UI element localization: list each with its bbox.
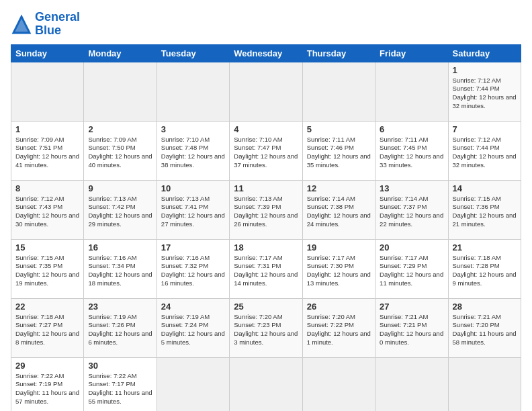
day-number: 2: [88, 124, 152, 134]
calendar-row: 15Sunrise: 7:15 AMSunset: 7:35 PMDayligh…: [11, 239, 521, 298]
logo-icon: [11, 13, 32, 35]
calendar-cell: [157, 357, 229, 411]
calendar-cell: [230, 357, 302, 411]
cell-info: Sunrise: 7:12 AMSunset: 7:44 PMDaylight:…: [453, 77, 517, 111]
calendar-cell: [375, 357, 448, 411]
calendar-row: 29Sunrise: 7:22 AMSunset: 7:19 PMDayligh…: [11, 357, 521, 411]
calendar-cell: 11Sunrise: 7:13 AMSunset: 7:39 PMDayligh…: [230, 180, 302, 239]
cell-info: Sunrise: 7:13 AMSunset: 7:41 PMDaylight:…: [161, 195, 225, 229]
day-number: 17: [161, 242, 225, 253]
calendar-cell: [375, 62, 448, 121]
calendar-day-header: Monday: [84, 44, 157, 62]
page-container: General Blue SundayMondayTuesdayWednesda…: [0, 0, 532, 411]
day-number: 6: [380, 124, 443, 134]
day-number: 5: [307, 124, 371, 134]
calendar-cell: 23Sunrise: 7:19 AMSunset: 7:26 PMDayligh…: [84, 298, 157, 357]
calendar-cell: 18Sunrise: 7:17 AMSunset: 7:31 PMDayligh…: [230, 239, 302, 298]
cell-info: Sunrise: 7:16 AMSunset: 7:32 PMDaylight:…: [161, 254, 225, 288]
calendar-cell: [302, 357, 375, 411]
calendar-cell: 1Sunrise: 7:12 AMSunset: 7:44 PMDaylight…: [448, 62, 521, 121]
day-number: 22: [15, 302, 79, 312]
calendar-table: SundayMondayTuesdayWednesdayThursdayFrid…: [11, 44, 521, 411]
calendar-cell: 22Sunrise: 7:18 AMSunset: 7:27 PMDayligh…: [11, 298, 84, 357]
day-number: 12: [307, 183, 371, 193]
calendar-cell: 14Sunrise: 7:15 AMSunset: 7:36 PMDayligh…: [448, 180, 521, 239]
cell-info: Sunrise: 7:14 AMSunset: 7:37 PMDaylight:…: [380, 195, 443, 229]
calendar-cell: 16Sunrise: 7:16 AMSunset: 7:34 PMDayligh…: [84, 239, 157, 298]
calendar-cell: 12Sunrise: 7:14 AMSunset: 7:38 PMDayligh…: [302, 180, 375, 239]
calendar-cell: 27Sunrise: 7:21 AMSunset: 7:21 PMDayligh…: [375, 298, 448, 357]
day-number: 3: [161, 124, 225, 134]
calendar-day-header: Saturday: [448, 44, 521, 62]
cell-info: Sunrise: 7:17 AMSunset: 7:29 PMDaylight:…: [380, 254, 443, 288]
cell-info: Sunrise: 7:09 AMSunset: 7:51 PMDaylight:…: [15, 136, 79, 170]
cell-info: Sunrise: 7:10 AMSunset: 7:47 PMDaylight:…: [234, 136, 298, 170]
calendar-cell: 4Sunrise: 7:10 AMSunset: 7:47 PMDaylight…: [230, 121, 302, 180]
cell-info: Sunrise: 7:20 AMSunset: 7:23 PMDaylight:…: [234, 313, 298, 347]
calendar-cell: 17Sunrise: 7:16 AMSunset: 7:32 PMDayligh…: [157, 239, 229, 298]
day-number: 18: [234, 242, 298, 253]
day-number: 15: [15, 242, 79, 253]
day-number: 10: [161, 183, 225, 193]
calendar-cell: 9Sunrise: 7:13 AMSunset: 7:42 PMDaylight…: [84, 180, 157, 239]
calendar-cell: 30Sunrise: 7:22 AMSunset: 7:17 PMDayligh…: [84, 357, 157, 411]
cell-info: Sunrise: 7:19 AMSunset: 7:24 PMDaylight:…: [161, 313, 225, 347]
calendar-row: 1Sunrise: 7:09 AMSunset: 7:51 PMDaylight…: [11, 121, 521, 180]
cell-info: Sunrise: 7:22 AMSunset: 7:19 PMDaylight:…: [15, 372, 79, 406]
day-number: 29: [15, 361, 79, 371]
cell-info: Sunrise: 7:11 AMSunset: 7:45 PMDaylight:…: [380, 136, 443, 170]
cell-info: Sunrise: 7:22 AMSunset: 7:17 PMDaylight:…: [88, 372, 152, 406]
cell-info: Sunrise: 7:15 AMSunset: 7:35 PMDaylight:…: [15, 254, 79, 288]
logo: General Blue: [11, 11, 80, 38]
day-number: 21: [453, 242, 517, 253]
cell-info: Sunrise: 7:12 AMSunset: 7:44 PMDaylight:…: [453, 136, 517, 170]
day-number: 9: [88, 183, 152, 193]
cell-info: Sunrise: 7:11 AMSunset: 7:46 PMDaylight:…: [307, 136, 371, 170]
calendar-cell: 28Sunrise: 7:21 AMSunset: 7:20 PMDayligh…: [448, 298, 521, 357]
calendar-cell: 26Sunrise: 7:20 AMSunset: 7:22 PMDayligh…: [302, 298, 375, 357]
cell-info: Sunrise: 7:13 AMSunset: 7:42 PMDaylight:…: [88, 195, 152, 229]
logo-text: General Blue: [35, 11, 80, 38]
day-number: 24: [161, 302, 225, 312]
cell-info: Sunrise: 7:10 AMSunset: 7:48 PMDaylight:…: [161, 136, 225, 170]
cell-info: Sunrise: 7:21 AMSunset: 7:20 PMDaylight:…: [453, 313, 517, 347]
calendar-cell: 3Sunrise: 7:10 AMSunset: 7:48 PMDaylight…: [157, 121, 229, 180]
calendar-day-header: Friday: [375, 44, 448, 62]
calendar-cell: [157, 62, 229, 121]
calendar-row: 22Sunrise: 7:18 AMSunset: 7:27 PMDayligh…: [11, 298, 521, 357]
day-number: 20: [380, 242, 443, 253]
calendar-row: 1Sunrise: 7:12 AMSunset: 7:44 PMDaylight…: [11, 62, 521, 121]
cell-info: Sunrise: 7:21 AMSunset: 7:21 PMDaylight:…: [380, 313, 443, 347]
cell-info: Sunrise: 7:13 AMSunset: 7:39 PMDaylight:…: [234, 195, 298, 229]
cell-info: Sunrise: 7:18 AMSunset: 7:28 PMDaylight:…: [453, 254, 517, 288]
calendar-cell: 5Sunrise: 7:11 AMSunset: 7:46 PMDaylight…: [302, 121, 375, 180]
calendar-cell: 25Sunrise: 7:20 AMSunset: 7:23 PMDayligh…: [230, 298, 302, 357]
calendar-cell: 13Sunrise: 7:14 AMSunset: 7:37 PMDayligh…: [375, 180, 448, 239]
cell-info: Sunrise: 7:17 AMSunset: 7:31 PMDaylight:…: [234, 254, 298, 288]
day-number: 7: [453, 124, 517, 134]
calendar-cell: 10Sunrise: 7:13 AMSunset: 7:41 PMDayligh…: [157, 180, 229, 239]
calendar-cell: 8Sunrise: 7:12 AMSunset: 7:43 PMDaylight…: [11, 180, 84, 239]
calendar-day-header: Wednesday: [230, 44, 302, 62]
calendar-cell: 20Sunrise: 7:17 AMSunset: 7:29 PMDayligh…: [375, 239, 448, 298]
day-number: 11: [234, 183, 298, 193]
cell-info: Sunrise: 7:16 AMSunset: 7:34 PMDaylight:…: [88, 254, 152, 288]
calendar-cell: 19Sunrise: 7:17 AMSunset: 7:30 PMDayligh…: [302, 239, 375, 298]
calendar-cell: 6Sunrise: 7:11 AMSunset: 7:45 PMDaylight…: [375, 121, 448, 180]
calendar-cell: 21Sunrise: 7:18 AMSunset: 7:28 PMDayligh…: [448, 239, 521, 298]
header: General Blue: [11, 11, 521, 38]
day-number: 13: [380, 183, 443, 193]
day-number: 28: [453, 302, 517, 312]
calendar-header-row: SundayMondayTuesdayWednesdayThursdayFrid…: [11, 44, 521, 62]
cell-info: Sunrise: 7:18 AMSunset: 7:27 PMDaylight:…: [15, 313, 79, 347]
calendar-cell: [302, 62, 375, 121]
calendar-cell: [84, 62, 157, 121]
cell-info: Sunrise: 7:20 AMSunset: 7:22 PMDaylight:…: [307, 313, 371, 347]
day-number: 26: [307, 302, 371, 312]
calendar-day-header: Tuesday: [157, 44, 229, 62]
cell-info: Sunrise: 7:12 AMSunset: 7:43 PMDaylight:…: [15, 195, 79, 229]
day-number: 30: [88, 361, 152, 371]
cell-info: Sunrise: 7:09 AMSunset: 7:50 PMDaylight:…: [88, 136, 152, 170]
cell-info: Sunrise: 7:14 AMSunset: 7:38 PMDaylight:…: [307, 195, 371, 229]
cell-info: Sunrise: 7:15 AMSunset: 7:36 PMDaylight:…: [453, 195, 517, 229]
